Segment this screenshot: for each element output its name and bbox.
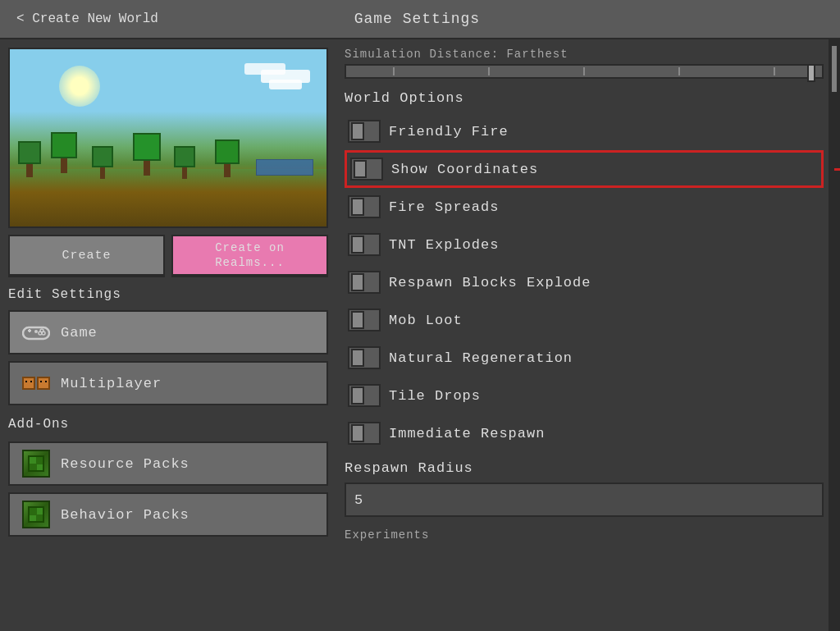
tree-2 [51, 132, 77, 173]
resource-packs-icon [21, 449, 51, 478]
back-label: < Create New World [16, 11, 158, 26]
sidebar-item-behavior-packs[interactable]: Behavior Packs [8, 492, 328, 537]
behavior-packs-icon [21, 500, 51, 529]
toggle-knob-respawn-blocks-explode [351, 273, 364, 291]
tree-6 [215, 139, 240, 177]
toggle-show-coordinates[interactable] [350, 158, 383, 181]
scrollbar[interactable] [829, 39, 840, 631]
sidebar-item-resource-packs[interactable]: Resource Packs [8, 441, 328, 486]
svg-rect-2 [29, 329, 30, 332]
sun [59, 66, 100, 107]
toggle-row-tile-drops: Tile Drops [345, 377, 824, 414]
simulation-distance-slider[interactable] [345, 64, 824, 79]
right-panel: Simulation Distance: Farthest World Opti… [336, 39, 840, 631]
toggle-natural-regeneration[interactable] [348, 346, 381, 369]
toggle-tile-drops[interactable] [348, 384, 381, 407]
toggle-label-mob-loot: Mob Loot [389, 313, 820, 328]
respawn-radius-input[interactable] [345, 482, 824, 517]
toggle-label-respawn-blocks-explode: Respawn Blocks Explode [389, 275, 820, 290]
tree-3 [92, 146, 113, 179]
sidebar-item-behavior-packs-label: Behavior Packs [61, 507, 189, 523]
toggle-row-mob-loot: Mob Loot [345, 301, 824, 339]
toggle-knob-fire-spreads [351, 198, 364, 216]
slider-ticks [346, 66, 822, 77]
main-layout: Create Create onRealms... Edit Settings … [0, 39, 840, 631]
toggle-row-show-coordinates: Show Coordinates [345, 150, 824, 188]
sidebar-item-resource-packs-label: Resource Packs [61, 456, 189, 472]
toggle-knob-mob-loot [351, 311, 364, 329]
toggle-row-fire-spreads: Fire Spreads [345, 188, 824, 226]
toggle-row-immediate-respawn: Immediate Respawn [345, 414, 824, 452]
toggle-mob-loot[interactable] [348, 309, 381, 332]
toggle-knob-show-coordinates [354, 160, 367, 178]
simulation-distance-label: Simulation Distance: Farthest [345, 48, 824, 61]
add-ons-label: Add-Ons [8, 412, 328, 435]
toggle-label-friendly-fire: Friendly Fire [389, 124, 820, 139]
controller-icon [21, 318, 51, 347]
toggle-knob-tnt-explodes [351, 235, 364, 254]
toggle-knob-friendly-fire [351, 122, 364, 140]
toggle-row-natural-regeneration: Natural Regeneration [345, 339, 824, 377]
toggle-label-tile-drops: Tile Drops [389, 388, 820, 404]
page-title: Game Settings [354, 11, 480, 27]
toggle-label-natural-regeneration: Natural Regeneration [389, 350, 820, 366]
sidebar-item-game[interactable]: Game [8, 310, 328, 354]
experiments-label: Experiments [345, 525, 824, 542]
ground [10, 169, 326, 226]
tree-5 [174, 146, 195, 179]
toggle-label-fire-spreads: Fire Spreads [389, 199, 820, 215]
arrow-annotation [834, 162, 840, 176]
toggle-label-tnt-explodes: TNT Explodes [389, 237, 820, 253]
left-panel: Create Create onRealms... Edit Settings … [0, 39, 336, 631]
toggle-row-respawn-blocks-explode: Respawn Blocks Explode [345, 263, 824, 301]
action-buttons: Create Create onRealms... [8, 235, 328, 277]
simulation-distance-row: Simulation Distance: Farthest [345, 48, 824, 79]
toggle-row-tnt-explodes: TNT Explodes [345, 226, 824, 263]
multiplayer-icon [21, 368, 51, 398]
respawn-radius-title: Respawn Radius [345, 460, 824, 476]
settings-scroll-area[interactable]: Simulation Distance: Farthest World Opti… [336, 39, 840, 631]
water [256, 159, 313, 176]
back-button[interactable]: < Create New World [16, 11, 158, 26]
svg-point-5 [42, 332, 45, 335]
toggle-fire-spreads[interactable] [348, 195, 381, 218]
create-realms-button[interactable]: Create onRealms... [171, 235, 328, 277]
tree-4 [133, 133, 161, 176]
scrollbar-thumb[interactable] [830, 44, 838, 94]
slider-handle[interactable] [807, 64, 815, 82]
sidebar-item-multiplayer-label: Multiplayer [61, 376, 162, 391]
create-button[interactable]: Create [8, 235, 165, 277]
toggle-respawn-blocks-explode[interactable] [348, 271, 381, 294]
toggle-tnt-explodes[interactable] [348, 233, 381, 256]
world-options-title: World Options [345, 90, 824, 106]
edit-settings-label: Edit Settings [8, 284, 328, 304]
title-bar: < Create New World Game Settings [0, 0, 840, 39]
tree-1 [18, 141, 41, 177]
toggle-knob-immediate-respawn [351, 424, 364, 442]
toggle-knob-tile-drops [351, 386, 364, 405]
toggle-friendly-fire[interactable] [348, 120, 381, 143]
toggle-label-immediate-respawn: Immediate Respawn [389, 426, 820, 441]
toggle-knob-natural-regeneration [351, 349, 364, 367]
world-preview [8, 48, 328, 228]
toggle-label-show-coordinates: Show Coordinates [391, 162, 818, 177]
toggle-row-friendly-fire: Friendly Fire [345, 112, 824, 150]
arrow-line [834, 168, 840, 171]
svg-point-6 [34, 330, 38, 333]
toggle-immediate-respawn[interactable] [348, 422, 381, 445]
sidebar-item-game-label: Game [61, 325, 98, 341]
sidebar-item-multiplayer[interactable]: Multiplayer [8, 361, 328, 405]
